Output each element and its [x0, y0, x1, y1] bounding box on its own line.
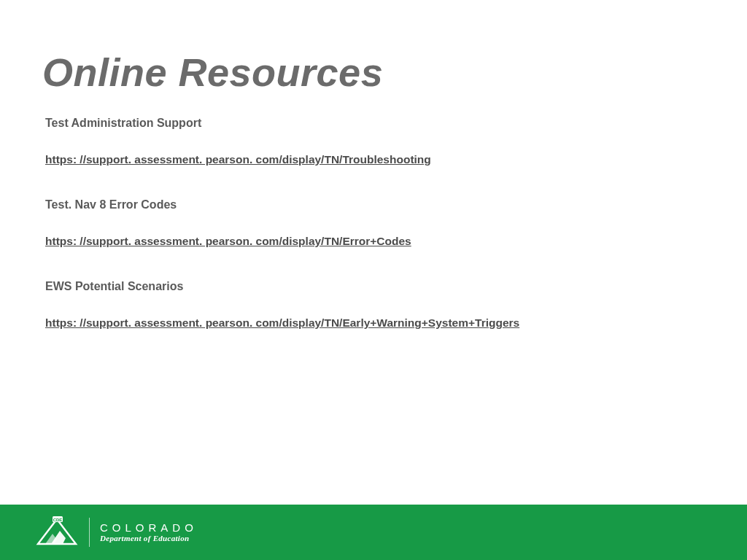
footer-bar: CDE COLORADO Department of Education: [0, 505, 747, 560]
resource-link[interactable]: https: //support. assessment. pearson. c…: [45, 235, 411, 248]
resource-link[interactable]: https: //support. assessment. pearson. c…: [45, 316, 519, 330]
slide-content: Test Administration Support https: //sup…: [0, 95, 747, 362]
section-heading: EWS Potential Scenarios: [45, 280, 747, 293]
footer-logo: CDE COLORADO Department of Education: [35, 513, 198, 551]
slide-title: Online Resources: [0, 0, 747, 95]
slide: Online Resources Test Administration Sup…: [0, 0, 747, 560]
section-heading: Test. Nav 8 Error Codes: [45, 198, 747, 211]
footer-logo-top: COLORADO: [100, 522, 198, 534]
footer-logo-bottom: Department of Education: [100, 534, 198, 542]
logo-divider: [89, 518, 90, 547]
cde-badge-text: CDE: [53, 518, 63, 522]
resource-link[interactable]: https: //support. assessment. pearson. c…: [45, 153, 431, 166]
section-heading: Test Administration Support: [45, 117, 747, 130]
footer-logo-text: COLORADO Department of Education: [100, 522, 198, 543]
cde-mountain-icon: CDE: [35, 515, 79, 550]
